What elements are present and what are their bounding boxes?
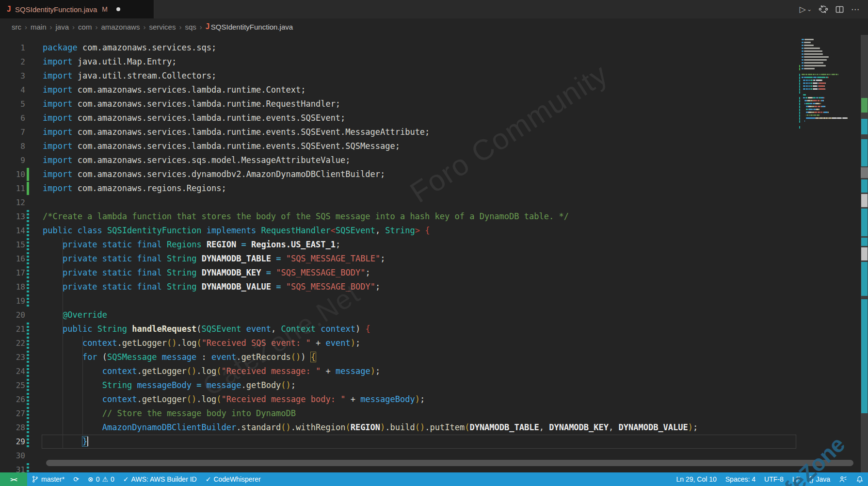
split-editor-button[interactable] (835, 5, 844, 14)
code-line[interactable]: 11import com.amazonaws.regions.Regions; (0, 181, 868, 195)
line-number[interactable]: 19 (0, 294, 25, 308)
line-number[interactable]: 26 (0, 392, 25, 406)
more-actions-button[interactable]: ⋯ (851, 4, 859, 15)
breadcrumb-item[interactable]: com (78, 23, 92, 31)
language-mode-item[interactable]: {} Java (804, 472, 835, 486)
code-line[interactable]: 2import java.util.Map.Entry; (0, 55, 868, 69)
ruler-mark (861, 194, 868, 207)
code-line[interactable]: 28 AmazonDynamoDBClientBuilder.standard(… (0, 421, 868, 435)
line-number[interactable]: 22 (0, 336, 25, 350)
code-line[interactable]: 5import com.amazonaws.services.lambda.ru… (0, 97, 868, 111)
line-number[interactable]: 11 (0, 181, 25, 195)
overview-ruler[interactable] (861, 35, 868, 472)
line-number[interactable]: 16 (0, 252, 25, 266)
unsaved-dot-icon[interactable] (116, 7, 120, 11)
line-number[interactable]: 7 (0, 125, 25, 139)
line-number[interactable]: 23 (0, 350, 25, 364)
code-line[interactable]: 14public class SQSIdentityFunction imple… (0, 224, 868, 238)
encoding-item[interactable]: UTF-8 (760, 472, 788, 486)
eol-item[interactable]: LF (788, 472, 804, 486)
line-number[interactable]: 24 (0, 364, 25, 378)
minimap[interactable] (802, 39, 850, 131)
line-number[interactable]: 25 (0, 378, 25, 392)
line-number[interactable]: 5 (0, 97, 25, 111)
code-line[interactable]: 3import java.util.stream.Collectors; (0, 69, 868, 83)
tab-sqsidentityfunction[interactable]: J SQSIdentityFunction.java M (0, 0, 154, 18)
breadcrumb-item[interactable]: main (31, 23, 47, 31)
gutter-decoration (25, 224, 30, 238)
code-line[interactable]: 29 } (0, 435, 868, 449)
line-number[interactable]: 10 (0, 167, 25, 181)
code-line[interactable]: 1package com.amazonaws.services.sqs; (0, 41, 868, 55)
code-line[interactable]: 20 @Override (0, 308, 868, 322)
line-number[interactable]: 6 (0, 111, 25, 125)
run-button[interactable]: ▷⌄ (800, 4, 812, 15)
code-line[interactable]: 17 private static final String DYNAMODB_… (0, 266, 868, 280)
code-text: import com.amazonaws.services.lambda.run… (30, 139, 400, 153)
breadcrumb-separator: › (72, 23, 75, 31)
open-changes-button[interactable] (819, 4, 828, 14)
code-line[interactable]: 7import com.amazonaws.services.lambda.ru… (0, 125, 868, 139)
sync-button[interactable]: ⟳ (69, 472, 83, 486)
code-line[interactable]: 22 context.getLogger().log("Received SQS… (0, 336, 868, 350)
code-editor[interactable]: 1package com.amazonaws.services.sqs;2imp… (0, 35, 868, 472)
line-number[interactable]: 17 (0, 266, 25, 280)
remote-indicator-button[interactable]: >< (0, 472, 27, 486)
line-number[interactable]: 12 (0, 195, 25, 210)
line-number[interactable]: 13 (0, 210, 25, 224)
breadcrumb-item[interactable]: src (12, 23, 21, 31)
line-number[interactable]: 27 (0, 406, 25, 421)
code-line[interactable]: 6import com.amazonaws.services.lambda.ru… (0, 111, 868, 125)
breadcrumb-item[interactable]: sqs (185, 23, 196, 31)
line-number[interactable]: 3 (0, 69, 25, 83)
git-modified-badge: M (102, 5, 108, 13)
line-number[interactable]: 30 (0, 449, 25, 463)
line-number[interactable]: 29 (0, 435, 25, 449)
line-number[interactable]: 8 (0, 139, 25, 153)
minimap-gutter-decoration (799, 68, 800, 70)
code-line[interactable]: 19 (0, 294, 868, 308)
cursor-position-item[interactable]: Ln 29, Col 10 (672, 472, 721, 486)
code-line[interactable]: 10import com.amazonaws.services.dynamodb… (0, 167, 868, 181)
line-number[interactable]: 31 (0, 463, 25, 472)
feedback-icon (839, 475, 847, 484)
code-text: package com.amazonaws.services.sqs; (30, 41, 216, 55)
breadcrumb-item[interactable]: amazonaws (101, 23, 140, 31)
code-line[interactable]: 16 private static final String DYNAMODB_… (0, 252, 868, 266)
codewhisperer-item[interactable]: ✓ CodeWhisperer (201, 472, 265, 486)
code-line[interactable]: 23 for (SQSMessage message : event.getRe… (0, 350, 868, 364)
line-number[interactable]: 4 (0, 83, 25, 97)
code-line[interactable]: 25 String messageBody = message.getBody(… (0, 378, 868, 392)
line-number[interactable]: 9 (0, 153, 25, 167)
gutter-decoration (25, 153, 30, 167)
code-line[interactable]: 24 context.getLogger().log("Received mes… (0, 364, 868, 378)
line-number[interactable]: 20 (0, 308, 25, 322)
line-number[interactable]: 21 (0, 322, 25, 336)
code-line[interactable]: 13/*Create a lambda function that stores… (0, 210, 868, 224)
horizontal-scrollbar[interactable] (46, 460, 853, 466)
git-branch-item[interactable]: master* (27, 472, 69, 486)
code-line[interactable]: 26 context.getLogger().log("Received mes… (0, 392, 868, 406)
line-number[interactable]: 15 (0, 238, 25, 252)
breadcrumb-file[interactable]: SQSIdentityFunction.java (211, 23, 293, 31)
code-line[interactable]: 9import com.amazonaws.services.sqs.model… (0, 153, 868, 167)
code-line[interactable]: 4import com.amazonaws.services.lambda.ru… (0, 83, 868, 97)
line-number[interactable]: 18 (0, 280, 25, 294)
code-line[interactable]: 15 private static final Regions REGION =… (0, 238, 868, 252)
code-line[interactable]: 27 // Store the message body into Dynamo… (0, 406, 868, 421)
breadcrumb-item[interactable]: java (56, 23, 69, 31)
line-number[interactable]: 2 (0, 55, 25, 69)
code-line[interactable]: 8import com.amazonaws.services.lambda.ru… (0, 139, 868, 153)
notifications-button[interactable] (852, 472, 868, 486)
feedback-button[interactable] (835, 472, 852, 486)
code-line[interactable]: 12 (0, 195, 868, 210)
code-line[interactable]: 18 private static final String DYNAMODB_… (0, 280, 868, 294)
breadcrumb-item[interactable]: services (149, 23, 176, 31)
line-number[interactable]: 1 (0, 41, 25, 55)
line-number[interactable]: 28 (0, 421, 25, 435)
code-line[interactable]: 21 public String handleRequest(SQSEvent … (0, 322, 868, 336)
aws-builder-id-item[interactable]: ✓ AWS: AWS Builder ID (119, 472, 201, 486)
problems-item[interactable]: ⊗ 0 ⚠ 0 (83, 472, 119, 486)
indentation-item[interactable]: Spaces: 4 (721, 472, 760, 486)
line-number[interactable]: 14 (0, 224, 25, 238)
